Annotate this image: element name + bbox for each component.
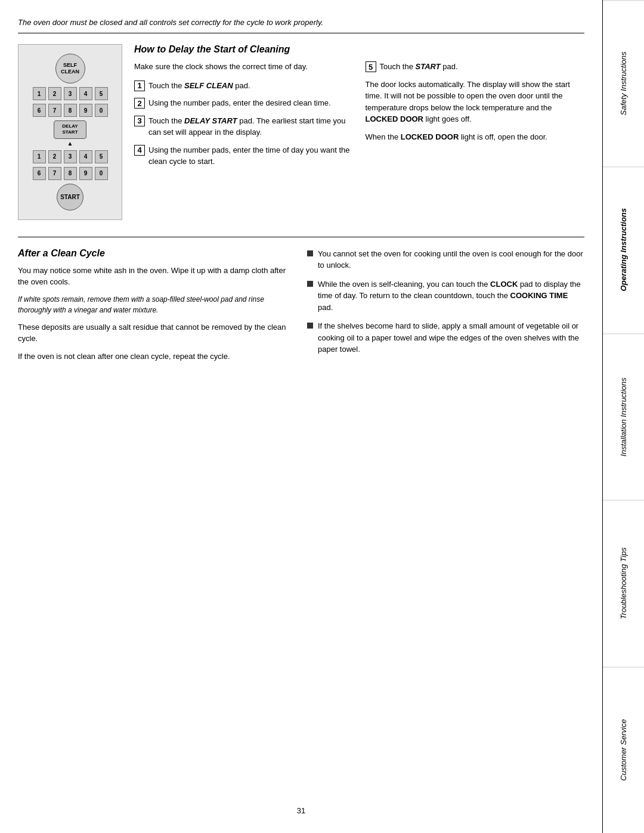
step-text-4: Using the number pads, enter the time of… — [148, 144, 354, 168]
key-0: 0 — [95, 104, 108, 117]
key-6b: 6 — [33, 167, 46, 180]
step-3: 3 Touch the DELAY START pad. The earlies… — [134, 115, 354, 138]
sidebar-tab-troubleshooting[interactable]: Troubleshooting Tips — [603, 500, 644, 666]
key-7: 7 — [48, 104, 61, 117]
section-divider — [18, 237, 584, 237]
key-8b: 8 — [64, 167, 77, 180]
right-sidebar: Safety Instructions Operating Instructio… — [602, 0, 644, 833]
key-6: 6 — [33, 104, 46, 117]
after-clean-right: You cannot set the oven for cooking unti… — [307, 248, 584, 368]
step-1: 1 Touch the SELF CLEAN pad. — [134, 80, 354, 92]
sidebar-tab-installation[interactable]: Installation Instructions — [603, 333, 644, 500]
key-3: 3 — [64, 87, 77, 100]
step-num-5: 5 — [366, 61, 376, 72]
keypad-row2: 6 7 8 9 0 — [33, 104, 108, 117]
key-5: 5 — [95, 87, 108, 100]
after-clean-italic: If white spots remain, remove them with … — [18, 294, 295, 315]
step-num-4: 4 — [134, 145, 145, 156]
after-clean-left: After a Clean Cycle You may notice some … — [18, 248, 295, 368]
bullet-item-1: You cannot set the oven for cooking unti… — [307, 248, 584, 271]
locked-door-text: When the LOCKED DOOR light is off, open … — [366, 131, 585, 143]
key-2: 2 — [48, 87, 61, 100]
bullet-item-3: If the shelves become hard to slide, app… — [307, 320, 584, 355]
after-clean-para2: These deposits are usually a salt residu… — [18, 321, 295, 345]
step-text-5: Touch the START pad. — [380, 61, 458, 73]
key-2b: 2 — [48, 150, 61, 163]
sidebar-tab-safety[interactable]: Safety Instructions — [603, 0, 644, 166]
keypad-diagram: SELF CLEAN 1 2 3 4 5 6 7 8 9 0 DELAY STA… — [18, 44, 122, 220]
section1-heading: How to Delay the Start of Cleaning — [134, 44, 354, 55]
step-num-2: 2 — [134, 98, 145, 109]
bullet-icon-1 — [307, 250, 313, 256]
key-1b: 1 — [33, 150, 46, 163]
instructions-left: How to Delay the Start of Cleaning Make … — [134, 44, 354, 220]
instructions-columns: How to Delay the Start of Cleaning Make … — [134, 44, 584, 220]
key-5b: 5 — [95, 150, 108, 163]
door-lock-text: The door locks automatically. The displa… — [366, 79, 585, 125]
sidebar-tab-customer[interactable]: Customer Service — [603, 667, 644, 833]
step-num-1: 1 — [134, 80, 145, 91]
key-3b: 3 — [64, 150, 77, 163]
step-5: 5 Touch the START pad. — [366, 61, 585, 73]
bullet-icon-3 — [307, 323, 313, 329]
keypad-row1: 1 2 3 4 5 — [33, 87, 108, 100]
bullet-item-2: While the oven is self-cleaning, you can… — [307, 278, 584, 314]
bullet-icon-2 — [307, 281, 313, 287]
key-7b: 7 — [48, 167, 61, 180]
key-9: 9 — [79, 104, 92, 117]
section-after-clean: After a Clean Cycle You may notice some … — [18, 248, 584, 368]
key-9b: 9 — [79, 167, 92, 180]
page-number: 31 — [297, 806, 305, 815]
key-4: 4 — [79, 87, 92, 100]
after-clean-para1: You may notice some white ash in the ove… — [18, 265, 295, 288]
section-delay-start: SELF CLEAN 1 2 3 4 5 6 7 8 9 0 DELAY STA… — [18, 44, 584, 220]
bullet-text-3: If the shelves become hard to slide, app… — [318, 320, 584, 355]
step-text-1: Touch the SELF CLEAN pad. — [148, 80, 250, 92]
page-number-area: 31 — [18, 794, 584, 815]
section2-heading: After a Clean Cycle — [18, 248, 295, 259]
step-text-3: Touch the DELAY START pad. The earliest … — [148, 115, 354, 138]
delay-start-button: DELAY START — [54, 120, 86, 139]
key-0b: 0 — [95, 167, 108, 180]
keypad-row4: 6 7 8 9 0 — [33, 167, 108, 180]
main-content: The oven door must be closed and all con… — [0, 0, 602, 833]
delay-start-area: DELAY START ▲ — [54, 120, 86, 147]
step-2: 2 Using the number pads, enter the desir… — [134, 97, 354, 109]
self-clean-button: SELF CLEAN — [55, 54, 85, 83]
step-4: 4 Using the number pads, enter the time … — [134, 144, 354, 168]
start-button: START — [57, 184, 83, 210]
top-note: The oven door must be closed and all con… — [18, 18, 584, 33]
key-4b: 4 — [79, 150, 92, 163]
arrow-up-icon: ▲ — [67, 140, 73, 147]
instructions-right: 5 Touch the START pad. The door locks au… — [366, 44, 585, 220]
key-1: 1 — [33, 87, 46, 100]
bullet-text-2: While the oven is self-cleaning, you can… — [318, 278, 584, 314]
step-text-2: Using the number pads, enter the desired… — [148, 97, 331, 109]
bullet-text-1: You cannot set the oven for cooking unti… — [318, 248, 584, 271]
section1-intro: Make sure the clock shows the correct ti… — [134, 61, 354, 73]
keypad-row3: 1 2 3 4 5 — [33, 150, 108, 163]
sidebar-tab-operating[interactable]: Operating Instructions — [603, 166, 644, 333]
after-clean-para3: If the oven is not clean after one clean… — [18, 351, 295, 363]
step-num-3: 3 — [134, 116, 145, 126]
key-8: 8 — [64, 104, 77, 117]
